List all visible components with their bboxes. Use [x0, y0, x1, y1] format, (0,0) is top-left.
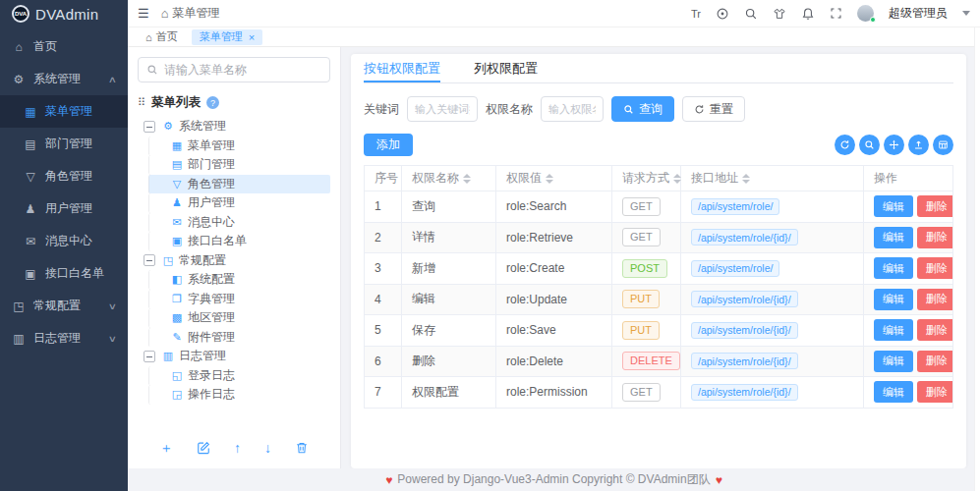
language-icon[interactable]: Tr	[691, 8, 701, 20]
fullscreen-icon[interactable]	[830, 7, 842, 20]
tab-home[interactable]: ⌂ 首页	[138, 29, 186, 45]
sort-asc-icon[interactable]	[546, 174, 553, 178]
sort-desc-icon[interactable]	[742, 180, 750, 184]
sort-desc-icon[interactable]	[463, 180, 471, 184]
edit-button[interactable]: 编辑	[874, 257, 913, 279]
sidebar-item-role-management[interactable]: ▽角色管理	[0, 160, 128, 192]
permission-tabs: 按钮权限配置 列权限配置	[364, 54, 953, 83]
help-icon[interactable]: ?	[206, 96, 219, 109]
collapse-expander-icon[interactable]	[144, 254, 155, 266]
move-down-button[interactable]: ↓	[264, 441, 271, 455]
sidebar-item-home[interactable]: ⌂首页	[0, 30, 128, 63]
refresh-button[interactable]	[835, 135, 855, 155]
sort-desc-icon[interactable]	[673, 180, 681, 184]
export-button[interactable]	[908, 135, 929, 155]
tree-node-api-whitelist[interactable]: ▣接口白名单	[148, 232, 330, 251]
keyword-input[interactable]	[407, 96, 478, 122]
reset-button[interactable]: 重置	[682, 96, 745, 122]
tab-column-permission-config[interactable]: 列权限配置	[474, 54, 538, 82]
sidebar-item-api-whitelist[interactable]: ▣接口白名单	[0, 257, 128, 290]
collapse-sidebar-icon[interactable]: ☰	[138, 6, 149, 21]
collapse-expander-icon[interactable]	[144, 351, 155, 362]
tree-node-dict-management[interactable]: ❐字典管理	[148, 290, 330, 309]
delete-button[interactable]: 删除	[917, 257, 953, 279]
sort-asc-icon[interactable]	[463, 174, 471, 178]
edit-button[interactable]: 编辑	[874, 289, 913, 310]
sort-icon[interactable]	[742, 174, 750, 184]
toggle-search-button[interactable]	[859, 135, 880, 155]
sort-asc-icon[interactable]	[673, 174, 681, 178]
collapse-expander-icon[interactable]	[144, 121, 155, 133]
sort-icon[interactable]	[546, 174, 553, 184]
layout-config-icon[interactable]	[716, 7, 729, 21]
scrollbar-gutter[interactable]	[974, 27, 980, 491]
sidebar-item-system-management[interactable]: ⚙系统管理∧	[0, 63, 128, 95]
notification-bell-icon[interactable]	[801, 7, 815, 21]
tree-node-login-log[interactable]: ◱登录日志	[148, 366, 330, 386]
column-header-3[interactable]: 权限值	[496, 166, 612, 191]
tree-node-system-management[interactable]: ⚙系统管理	[138, 117, 330, 136]
tab-menu-management[interactable]: 菜单管理 ×	[192, 29, 262, 45]
delete-button[interactable]: 删除	[917, 351, 953, 372]
tree-node-department-management[interactable]: ▤部门管理	[148, 155, 330, 175]
permission-name-input[interactable]	[541, 96, 604, 122]
sidebar-item-log-management[interactable]: ▥日志管理∨	[0, 322, 128, 355]
add-node-button[interactable]: ＋	[159, 441, 173, 455]
close-tab-icon[interactable]: ×	[249, 31, 255, 43]
delete-button[interactable]: 删除	[917, 381, 953, 403]
username[interactable]: 超级管理员	[889, 5, 948, 22]
tree-node-system-config[interactable]: ◧系统配置	[148, 270, 330, 290]
cell-api-url: /api/system/role/	[681, 253, 864, 285]
api-url-badge: /api/system/role/{id}/	[691, 291, 798, 307]
tree-node-message-center[interactable]: ✉消息中心	[148, 213, 330, 233]
tree-node-attachment-management[interactable]: ✎附件管理	[148, 328, 330, 348]
cell-actions: 编辑删除	[864, 284, 953, 315]
sort-asc-icon[interactable]	[742, 174, 750, 178]
user-menu-chevron-icon[interactable]	[962, 11, 970, 16]
sidebar-item-user-management[interactable]: ♟用户管理	[0, 192, 128, 225]
sidebar-item-menu-management[interactable]: ▦菜单管理	[0, 95, 128, 128]
delete-node-button[interactable]	[295, 441, 309, 455]
theme-skin-icon[interactable]	[773, 7, 786, 21]
delete-button[interactable]: 删除	[917, 289, 953, 310]
search-icon[interactable]	[744, 7, 758, 21]
page-tabstrip: ⌂ 首页 菜单管理 ×	[128, 27, 980, 47]
sidebar-item-general-config[interactable]: ◳常规配置∨	[0, 290, 128, 322]
tree-node-user-management[interactable]: ♟用户管理	[148, 193, 330, 213]
tree-node-menu-management[interactable]: ▦菜单管理	[148, 136, 330, 156]
sort-icon[interactable]	[463, 174, 471, 184]
table-row: 7权限配置role:PermissionGET/api/system/role/…	[365, 377, 953, 409]
sidebar-item-department-management[interactable]: ▤部门管理	[0, 128, 128, 160]
edit-button[interactable]: 编辑	[874, 351, 913, 372]
tree-node-role-management[interactable]: ▽角色管理	[148, 175, 330, 194]
edit-button[interactable]: 编辑	[874, 381, 913, 403]
tree-node-general-config[interactable]: ◳常规配置	[138, 251, 330, 271]
sort-desc-icon[interactable]	[546, 180, 553, 184]
sidebar-item-message-center[interactable]: ✉消息中心	[0, 225, 128, 257]
edit-button[interactable]: 编辑	[874, 195, 913, 217]
add-button[interactable]: 添加	[364, 134, 413, 156]
edit-button[interactable]: 编辑	[874, 227, 913, 248]
edit-node-button[interactable]	[197, 441, 210, 455]
delete-button[interactable]: 删除	[917, 319, 953, 341]
menu-search-input[interactable]: 请输入菜单名称	[138, 57, 330, 82]
tree-node-area-management[interactable]: ▩地区管理	[148, 308, 330, 328]
tree-node-operation-log[interactable]: ◲操作日志	[148, 385, 330, 405]
user-avatar[interactable]	[857, 5, 874, 22]
column-header-4[interactable]: 请求方式	[612, 166, 681, 191]
api-url-badge: /api/system/role/{id}/	[691, 353, 798, 369]
column-header-5[interactable]: 接口地址	[681, 166, 864, 191]
delete-button[interactable]: 删除	[917, 195, 953, 217]
tree-node-log-management[interactable]: ▥日志管理	[138, 347, 330, 366]
column-settings-button[interactable]	[933, 135, 953, 155]
sort-icon[interactable]	[673, 174, 681, 184]
compact-mode-button[interactable]	[884, 135, 904, 155]
move-up-button[interactable]: ↑	[234, 441, 241, 455]
search-button[interactable]: 查询	[611, 96, 674, 122]
tab-button-permission-config[interactable]: 按钮权限配置	[364, 54, 440, 82]
tree-node-label: 接口白名单	[188, 233, 247, 249]
search-icon	[864, 139, 875, 150]
edit-button[interactable]: 编辑	[874, 319, 913, 341]
delete-button[interactable]: 删除	[917, 227, 953, 248]
column-header-2[interactable]: 权限名称	[402, 166, 496, 191]
